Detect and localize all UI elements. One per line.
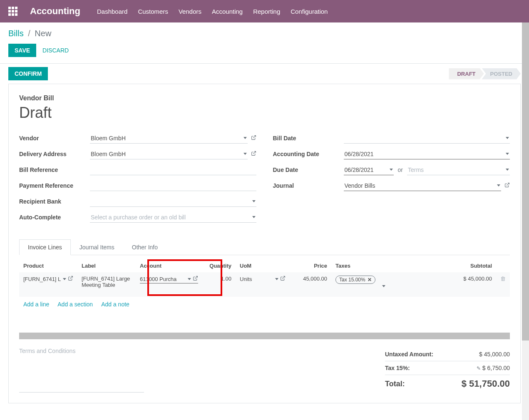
nav-reporting[interactable]: Reporting: [253, 8, 280, 15]
bank-label: Recipient Bank: [19, 198, 90, 205]
table-row: [FURN_6741] L [FURN_6741] Large Meeting …: [19, 272, 510, 297]
breadcrumb-sep: /: [28, 29, 30, 38]
add-section-link[interactable]: Add a section: [57, 301, 93, 308]
chevron-down-icon: [506, 169, 509, 171]
total-label: Total:: [385, 378, 405, 389]
discard-button[interactable]: DISCARD: [42, 47, 69, 54]
journal-input[interactable]: Vendor Bills: [344, 180, 502, 191]
auto-label: Auto-Complete: [19, 214, 90, 221]
delivery-input[interactable]: Bloem GmbH: [90, 149, 248, 159]
vertical-scrollbar[interactable]: [522, 22, 529, 412]
or-label: or: [398, 167, 403, 173]
billdate-input[interactable]: [344, 133, 510, 144]
form-sheet: Vendor Bill Draft Vendor Bloem GmbH Deli…: [8, 84, 521, 403]
price-cell[interactable]: 45,000.00: [290, 272, 331, 297]
billref-input[interactable]: [90, 164, 256, 175]
nav-customers[interactable]: Customers: [138, 8, 168, 15]
pencil-icon[interactable]: ✎: [477, 365, 481, 371]
delivery-label: Delivery Address: [19, 151, 90, 157]
save-button[interactable]: SAVE: [8, 44, 36, 57]
chevron-down-icon: [243, 153, 247, 155]
tab-journal-items[interactable]: Journal Items: [71, 239, 123, 255]
apps-icon[interactable]: [8, 7, 17, 16]
terms-input[interactable]: Terms and Conditions: [19, 348, 144, 393]
accdate-input[interactable]: 06/28/2021: [344, 149, 510, 159]
form-subtitle: Vendor Bill: [19, 94, 510, 102]
external-link-icon[interactable]: [251, 151, 256, 157]
chevron-down-icon: [506, 153, 509, 155]
nav-vendors[interactable]: Vendors: [179, 8, 201, 15]
col-taxes: Taxes: [331, 259, 390, 272]
terms-input[interactable]: Terms: [407, 165, 510, 175]
vendor-input[interactable]: Bloem GmbH: [90, 133, 248, 144]
statusbar: DRAFT POSTED: [449, 68, 521, 80]
horizontal-scrollbar[interactable]: [19, 333, 510, 339]
journal-label: Journal: [273, 182, 344, 189]
svg-line-5: [282, 276, 285, 279]
svg-line-2: [507, 183, 509, 186]
add-line-link[interactable]: Add a line: [23, 301, 49, 308]
duedate-input[interactable]: 06/28/2021: [344, 165, 394, 175]
col-account: Account: [136, 259, 202, 272]
tab-invoice-lines[interactable]: Invoice Lines: [19, 239, 71, 255]
accdate-label: Accounting Date: [273, 151, 344, 157]
duedate-label: Due Date: [273, 167, 344, 173]
subtotal-cell: $ 45,000.00: [390, 272, 496, 297]
status-draft[interactable]: DRAFT: [449, 68, 484, 80]
svg-line-3: [70, 276, 72, 279]
untaxed-label: Untaxed Amount:: [385, 351, 433, 358]
tab-other-info[interactable]: Other Info: [123, 239, 166, 255]
confirm-button[interactable]: CONFIRM: [8, 67, 48, 80]
svg-line-4: [195, 276, 197, 279]
col-product: Product: [19, 259, 77, 272]
chevron-down-icon: [506, 137, 509, 139]
bank-input[interactable]: [90, 196, 256, 207]
chevron-down-icon: [63, 278, 66, 280]
remove-tax-icon[interactable]: ✕: [368, 277, 372, 283]
col-quantity: Quantity: [202, 259, 236, 272]
external-link-icon[interactable]: [193, 276, 198, 282]
col-price: Price: [290, 259, 331, 272]
external-link-icon[interactable]: [251, 135, 256, 142]
chevron-down-icon: [275, 278, 278, 280]
chevron-down-icon: [497, 184, 500, 186]
billdate-label: Bill Date: [273, 135, 344, 142]
untaxed-value: $ 45,000.00: [479, 351, 510, 358]
external-link-icon[interactable]: [68, 276, 73, 282]
chevron-down-icon: [243, 137, 247, 139]
payref-input[interactable]: [90, 180, 256, 191]
external-link-icon[interactable]: [504, 182, 510, 189]
trash-icon[interactable]: 🗑: [500, 276, 506, 282]
chevron-down-icon: [252, 216, 256, 218]
chevron-down-icon: [252, 200, 256, 202]
status-posted[interactable]: POSTED: [482, 68, 521, 80]
tax-label: Tax 15%:: [385, 365, 410, 371]
top-nav-bar: Accounting Dashboard Customers Vendors A…: [0, 0, 529, 22]
add-note-link[interactable]: Add a note: [101, 301, 129, 308]
chevron-down-icon: [188, 278, 191, 280]
external-link-icon[interactable]: [280, 276, 286, 282]
nav-accounting[interactable]: Accounting: [212, 8, 243, 15]
app-title: Accounting: [30, 6, 80, 17]
totals: Untaxed Amount:$ 45,000.00 Tax 15%:✎ $ 6…: [385, 348, 510, 393]
account-cell[interactable]: 611000 Purcha: [140, 276, 198, 283]
uom-cell[interactable]: Units: [240, 276, 286, 282]
auto-input[interactable]: Select a purchase order or an old bill: [90, 212, 256, 223]
nav-dashboard[interactable]: Dashboard: [97, 8, 127, 15]
col-uom: UoM: [236, 259, 290, 272]
col-subtotal: Subtotal: [390, 259, 496, 272]
nav-configuration[interactable]: Configuration: [291, 8, 328, 15]
form-title: Draft: [19, 104, 510, 122]
product-cell[interactable]: [FURN_6741] L: [23, 276, 73, 282]
taxes-cell[interactable]: Tax 15.00%✕: [335, 276, 385, 293]
label-cell[interactable]: [FURN_6741] Large Meeting Table: [77, 272, 136, 297]
breadcrumb-current: New: [35, 29, 51, 38]
breadcrumb-parent[interactable]: Bills: [8, 29, 24, 38]
billref-label: Bill Reference: [19, 167, 90, 173]
tax-value: $ 6,750.00: [482, 365, 510, 371]
invoice-lines-table: Product Label Account Quantity UoM Price…: [19, 259, 510, 297]
quantity-cell[interactable]: 1.00: [202, 272, 236, 297]
breadcrumb: Bills / New: [0, 22, 529, 40]
total-value: $ 51,750.00: [462, 378, 510, 389]
vendor-label: Vendor: [19, 135, 90, 142]
